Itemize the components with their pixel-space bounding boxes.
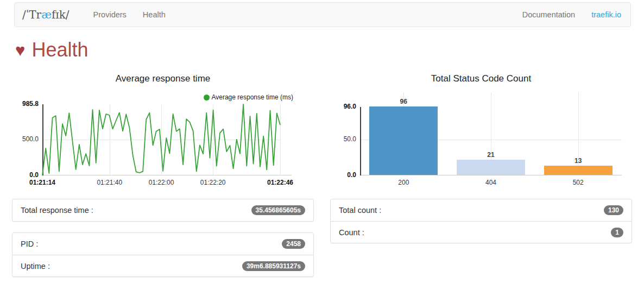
status-bar-502 bbox=[544, 166, 613, 175]
x-tick-label: 01:21:40 bbox=[97, 179, 122, 186]
status-bar-404 bbox=[457, 160, 525, 175]
bar-category-label: 404 bbox=[485, 179, 496, 186]
traefik-health-page: /ˈTræfɪk/ Providers Health Documentation… bbox=[0, 0, 644, 308]
brand-pre: /ˈTr bbox=[22, 8, 41, 21]
left-panels-column: Total response time :35.456865605sPID :2… bbox=[12, 199, 314, 288]
info-panel: PID :2458Uptime :39m6.885931127s bbox=[12, 232, 314, 277]
y-axis-line bbox=[360, 107, 361, 175]
response-time-line bbox=[42, 104, 280, 175]
bar-category-label: 200 bbox=[398, 179, 409, 186]
x-axis-line bbox=[360, 175, 622, 175]
bar-value-label: 96 bbox=[400, 98, 407, 105]
x-tick-label: 01:22:00 bbox=[149, 179, 174, 186]
uptime-row: Uptime :39m6.885931127s bbox=[12, 255, 313, 276]
line-chart-legend: Average response time (ms) bbox=[204, 93, 293, 101]
brand-logo[interactable]: /ˈTræfɪk/ bbox=[15, 3, 78, 27]
y-tick-label: 96.0 bbox=[344, 103, 356, 110]
bar-plot-area: 96200214041350296.050.00.0 bbox=[360, 92, 622, 175]
bar-chart-title: Total Status Code Count bbox=[330, 73, 632, 84]
status-bar-200 bbox=[369, 106, 438, 175]
info-panel: Total response time :35.456865605s bbox=[12, 199, 314, 222]
nav-documentation[interactable]: Documentation bbox=[514, 3, 584, 27]
nav-providers[interactable]: Providers bbox=[85, 3, 135, 27]
page-header: ♥ Health bbox=[15, 37, 88, 63]
total-response-time-badge: 35.456865605s bbox=[251, 205, 305, 215]
uptime-badge: 39m6.885931127s bbox=[242, 261, 305, 271]
pid-badge: 2458 bbox=[282, 239, 305, 249]
info-panel: Total count :130Count :1 bbox=[330, 199, 632, 243]
heart-icon: ♥ bbox=[15, 42, 25, 59]
count-badge: 1 bbox=[611, 228, 623, 237]
y-tick-label: 0.0 bbox=[347, 171, 356, 179]
count-label: Count : bbox=[339, 228, 364, 237]
bar-value-label: 21 bbox=[487, 151, 494, 159]
x-tick-label: 01:22:46 bbox=[267, 179, 293, 186]
navbar: /ˈTræfɪk/ Providers Health Documentation… bbox=[14, 2, 631, 27]
page-title: Health bbox=[31, 40, 88, 60]
pid-row: PID :2458 bbox=[12, 233, 313, 255]
bar-category-label: 502 bbox=[573, 179, 584, 186]
x-gridline bbox=[280, 104, 281, 175]
right-panels-column: Total count :130Count :1 bbox=[330, 199, 632, 254]
navbar-right-links: Documentation traefik.io bbox=[514, 3, 629, 27]
brand-accent: æ bbox=[41, 8, 52, 21]
y-tick-label: 50.0 bbox=[344, 135, 356, 143]
total-response-time-row: Total response time :35.456865605s bbox=[12, 199, 313, 221]
y-tick-label: 0.0 bbox=[29, 171, 39, 179]
count-row: Count :1 bbox=[331, 221, 632, 243]
brand-post: fɪk/ bbox=[52, 8, 70, 21]
nav-health[interactable]: Health bbox=[135, 3, 174, 27]
uptime-label: Uptime : bbox=[21, 262, 50, 271]
nav-traefik-io[interactable]: traefik.io bbox=[583, 3, 629, 27]
total-count-row: Total count :130 bbox=[331, 199, 632, 221]
pid-label: PID : bbox=[21, 240, 38, 248]
total-count-label: Total count : bbox=[339, 206, 381, 215]
legend-label: Average response time (ms) bbox=[211, 93, 293, 101]
total-count-badge: 130 bbox=[604, 205, 623, 215]
response-time-chart: Average response time Average response t… bbox=[12, 71, 314, 196]
line-plot-area: 985.8500.00.001:21:1401:21:4001:22:0001:… bbox=[42, 104, 280, 175]
y-tick-label: 985.8 bbox=[22, 100, 39, 108]
legend-dot-icon bbox=[204, 95, 210, 100]
line-chart-title: Average response time bbox=[12, 73, 314, 84]
x-tick-label: 01:21:14 bbox=[29, 179, 55, 186]
navbar-left-links: Providers Health bbox=[85, 3, 174, 27]
y-tick-label: 500.0 bbox=[22, 135, 39, 143]
x-tick-label: 01:22:20 bbox=[200, 179, 226, 186]
total-response-time-label: Total response time : bbox=[21, 206, 93, 215]
bar-value-label: 13 bbox=[574, 157, 582, 165]
status-code-chart: Total Status Code Count 9620021404135029… bbox=[330, 71, 632, 196]
